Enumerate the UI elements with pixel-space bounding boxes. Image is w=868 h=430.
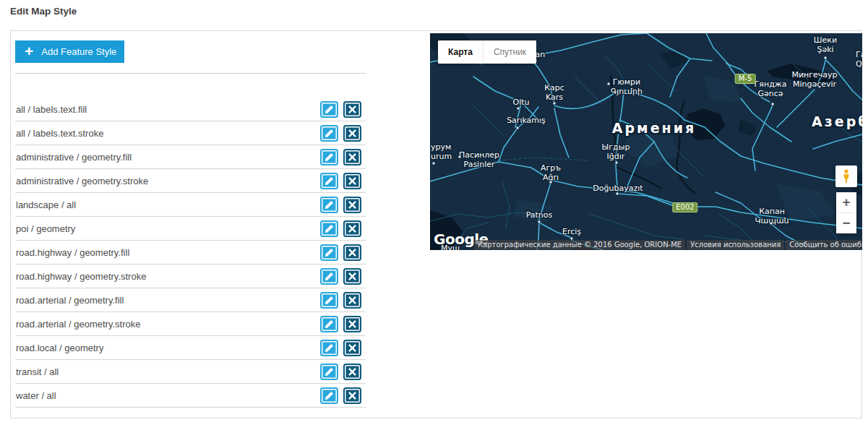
edit-icon <box>325 176 334 186</box>
attribution-data: Картографические данные © 2016 Google, O… <box>474 240 685 250</box>
delete-icon <box>348 296 357 305</box>
delete-style-button[interactable] <box>343 244 361 261</box>
delete-style-button[interactable] <box>343 220 361 237</box>
map-place-label: МингечаурMingəçevir <box>791 71 837 89</box>
divider <box>15 73 366 74</box>
city-dot <box>615 161 619 165</box>
add-feature-style-button[interactable]: + Add Feature Style <box>15 40 124 63</box>
city-dot <box>616 192 619 196</box>
edit-icon <box>325 248 334 257</box>
zoom-in-button[interactable]: + <box>836 192 856 212</box>
edit-style-button[interactable] <box>320 268 338 285</box>
delete-style-button[interactable] <box>343 268 361 285</box>
edit-style-button[interactable] <box>320 220 338 237</box>
feature-style-row: all / labels.text.fill <box>15 98 366 121</box>
delete-style-button[interactable] <box>343 387 361 404</box>
terms-of-use-link[interactable]: Условия использования <box>687 240 784 250</box>
edit-style-button[interactable] <box>320 364 338 380</box>
feature-style-label: administrative / geometry.fill <box>15 152 320 163</box>
delete-icon <box>348 248 357 257</box>
feature-style-label: road.local / geometry <box>15 343 320 353</box>
edit-icon <box>325 343 334 353</box>
zoom-out-button[interactable]: − <box>836 213 856 233</box>
delete-icon <box>348 176 357 186</box>
feature-style-row: water / all <box>15 384 366 408</box>
delete-style-button[interactable] <box>343 149 361 165</box>
edit-style-button[interactable] <box>320 125 338 142</box>
delete-style-button[interactable] <box>343 173 361 189</box>
feature-style-row: administrative / geometry.fill <box>15 145 366 169</box>
delete-style-button[interactable] <box>343 125 361 142</box>
edit-style-button[interactable] <box>320 340 338 356</box>
city-dot <box>549 181 553 184</box>
map-type-control: Карта Спутник <box>438 40 536 64</box>
map-place-label: Patnos <box>526 211 553 220</box>
city-dot <box>771 103 775 106</box>
delete-icon <box>348 200 357 210</box>
map-place-label: ГянджаGəncə <box>755 80 787 98</box>
edit-icon <box>325 272 334 281</box>
delete-style-button[interactable] <box>343 197 361 213</box>
edit-style-button[interactable] <box>320 149 338 165</box>
edit-style-button[interactable] <box>320 387 338 404</box>
feature-style-row: poi / geometry <box>15 217 366 241</box>
road-shield-badge: E002 <box>672 202 697 212</box>
delete-style-button[interactable] <box>343 292 361 309</box>
map-country-label: Азерб <box>812 117 862 126</box>
feature-style-row: road.local / geometry <box>15 336 366 360</box>
add-feature-style-label: Add Feature Style <box>41 46 116 57</box>
edit-icon <box>325 129 334 138</box>
edit-style-button[interactable] <box>320 101 338 118</box>
pegman-button[interactable] <box>835 165 857 187</box>
delete-icon <box>348 343 357 353</box>
feature-style-label: transit / all <box>15 366 320 377</box>
map-place-label: ШекиŞəki <box>814 36 837 54</box>
city-dot <box>458 155 462 159</box>
edit-icon <box>325 391 334 400</box>
edit-style-button[interactable] <box>320 292 338 309</box>
feature-style-row: road.highway / geometry.stroke <box>15 265 366 288</box>
edit-icon <box>325 296 334 305</box>
feature-style-label: landscape / all <box>15 199 320 210</box>
city-dot <box>517 107 520 111</box>
map-place-label: ЫгдырIğdır <box>602 143 630 161</box>
delete-icon <box>348 319 357 329</box>
city-dot <box>432 162 436 165</box>
map-place-label: Erciş <box>562 228 581 237</box>
city-dot <box>553 102 557 106</box>
map-place-label: Oltu <box>513 98 530 108</box>
map-country-label: Армения <box>612 124 696 133</box>
edit-style-button[interactable] <box>320 173 338 189</box>
map-attribution: Картографические данные © 2016 Google, O… <box>474 240 862 250</box>
city-dot <box>770 222 773 225</box>
edit-icon <box>325 200 334 210</box>
city-dot <box>824 56 828 60</box>
delete-style-button[interactable] <box>343 364 361 380</box>
map-place-label: ГюмриԳյումրի <box>611 78 643 96</box>
edit-icon <box>325 105 334 114</box>
delete-icon <box>348 105 357 114</box>
edit-style-button[interactable] <box>320 316 338 332</box>
map-place-label: ГаQə <box>856 51 862 69</box>
map-place-label: урумurum <box>431 143 452 161</box>
map-place-label: АгръAğrı <box>541 164 561 182</box>
city-dot <box>607 82 611 86</box>
feature-style-label: road.arterial / geometry.fill <box>15 295 320 306</box>
feature-style-label: road.highway / geometry.fill <box>15 247 320 258</box>
feature-style-row: administrative / geometry.stroke <box>15 169 366 193</box>
report-map-error-link[interactable]: Сообщить об ошибке на карте <box>786 240 862 250</box>
delete-icon <box>348 129 357 138</box>
map-type-satellite-button[interactable]: Спутник <box>483 40 536 64</box>
feature-style-row: all / labels.text.stroke <box>15 121 366 145</box>
delete-style-button[interactable] <box>343 101 361 118</box>
city-dot <box>516 126 520 130</box>
map-type-map-button[interactable]: Карта <box>438 40 483 64</box>
feature-style-row: road.arterial / geometry.stroke <box>15 312 366 336</box>
delete-style-button[interactable] <box>343 340 361 356</box>
edit-style-button[interactable] <box>320 197 338 213</box>
delete-style-button[interactable] <box>343 316 361 332</box>
map-canvas[interactable]: ArdahanOltuSarıkamışКарсKarsГюмриԳյումրի… <box>430 33 862 250</box>
feature-style-label: poi / geometry <box>15 223 320 234</box>
feature-style-label: administrative / geometry.stroke <box>15 176 320 186</box>
edit-style-button[interactable] <box>320 244 338 261</box>
